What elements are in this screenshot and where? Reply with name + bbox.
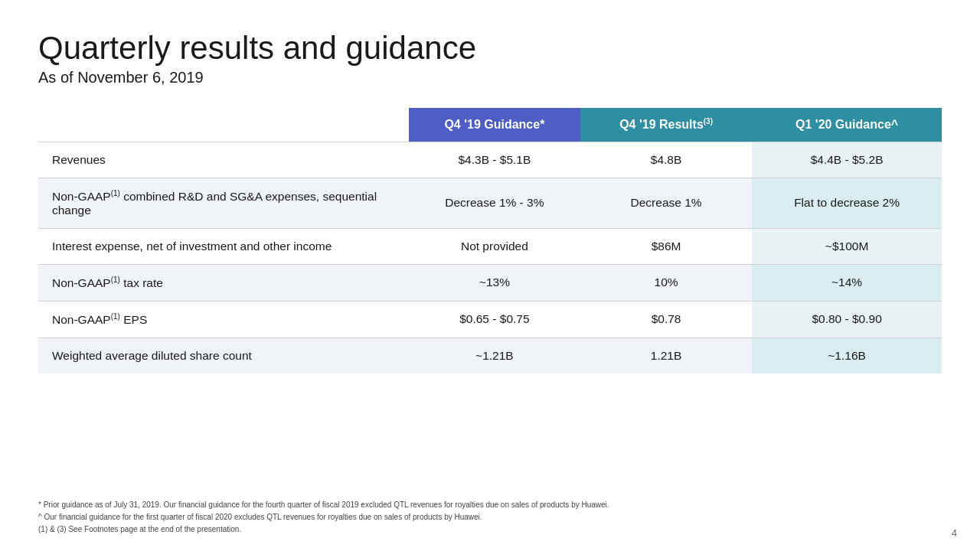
row-label: Non-GAAP(1) tax rate [38,264,409,301]
table-wrapper: Q4 '19 Guidance* Q4 '19 Results(3) Q1 '2… [38,108,942,487]
q4-guidance-value: ~1.21B [409,337,580,373]
q1-guidance-value: ~14% [752,264,942,301]
q1-guidance-value: Flat to decrease 2% [752,178,942,228]
header-q4-guidance: Q4 '19 Guidance* [409,108,580,142]
q4-results-value: Decrease 1% [580,178,752,228]
page-subtitle: As of November 6, 2019 [38,69,942,86]
q4-guidance-value: Not provided [409,228,580,264]
header-q4-results: Q4 '19 Results(3) [580,108,752,142]
footnote-item: (1) & (3) See Footnotes page at the end … [38,523,942,536]
footnote-item: * Prior guidance as of July 31, 2019. Ou… [38,499,942,511]
q1-guidance-value: ~$100M [752,228,942,264]
row-label: Weighted average diluted share count [38,337,409,373]
q4-results-value: $0.78 [580,301,752,337]
q1-guidance-value: $4.4B - $5.2B [752,142,942,178]
header-empty [38,108,409,142]
data-table: Q4 '19 Guidance* Q4 '19 Results(3) Q1 '2… [38,108,942,373]
q4-guidance-value: $0.65 - $0.75 [409,301,580,337]
header-row: Q4 '19 Guidance* Q4 '19 Results(3) Q1 '2… [38,108,942,142]
q4-guidance-value: $4.3B - $5.1B [409,142,580,178]
table-row: Non-GAAP(1) tax rate~13%10%~14% [38,264,942,301]
q1-guidance-value: $0.80 - $0.90 [752,301,942,337]
table-row: Revenues$4.3B - $5.1B$4.8B$4.4B - $5.2B [38,142,942,178]
row-label: Non-GAAP(1) combined R&D and SG&A expens… [38,178,409,228]
q1-guidance-value: ~1.16B [752,337,942,373]
footnotes: * Prior guidance as of July 31, 2019. Ou… [38,499,942,536]
row-label: Revenues [38,142,409,178]
table-row: Interest expense, net of investment and … [38,228,942,264]
q4-guidance-value: Decrease 1% - 3% [409,178,580,228]
page-number: 4 [952,527,957,539]
q4-guidance-value: ~13% [409,264,580,301]
table-row: Weighted average diluted share count~1.2… [38,337,942,373]
table-row: Non-GAAP(1) EPS$0.65 - $0.75$0.78$0.80 -… [38,301,942,337]
page: Quarterly results and guidance As of Nov… [0,0,980,551]
q4-results-value: $4.8B [580,142,752,178]
page-title: Quarterly results and guidance [38,31,942,66]
q4-results-value: 1.21B [580,337,752,373]
row-label: Interest expense, net of investment and … [38,228,409,264]
row-label: Non-GAAP(1) EPS [38,301,409,337]
table-row: Non-GAAP(1) combined R&D and SG&A expens… [38,178,942,228]
header-q1-guidance: Q1 '20 Guidance^ [752,108,942,142]
q4-results-value: 10% [580,264,752,301]
footnote-item: ^ Our financial guidance for the first q… [38,511,942,523]
q4-results-value: $86M [580,228,752,264]
